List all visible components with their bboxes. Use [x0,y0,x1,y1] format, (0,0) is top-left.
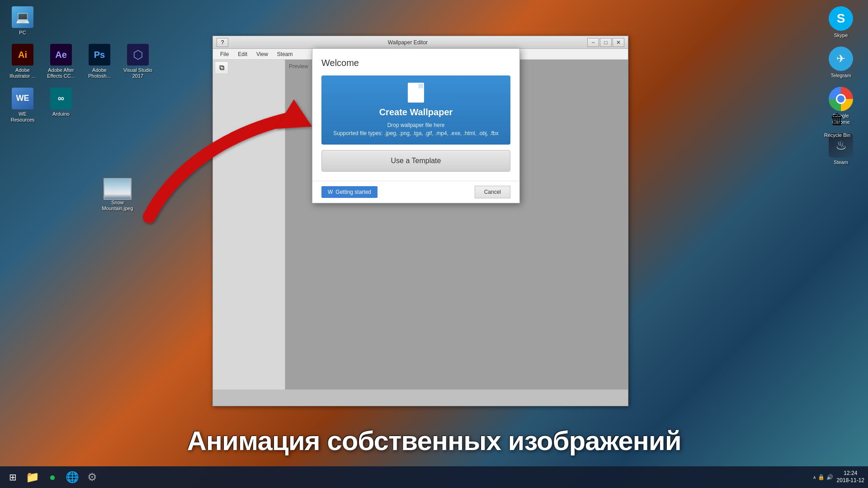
taskbar: ⊞ 📁 ● 🌐 ⚙ ∧ 🔒 🔊 12:24 2018-11-12 [0,466,868,488]
taskbar-pinned-apps: 📁 ● 🌐 ⚙ [24,468,101,486]
desktop-icon-vs[interactable]: ⬡ Visual Studio2017 [120,42,156,81]
taskbar-spotify[interactable]: ● [43,468,61,486]
recycle-bin-label: Recycle Bin [824,132,850,138]
desktop-icon-recycle-bin[interactable]: 🗑 Recycle Bin [819,107,855,140]
desktop-icon-snow-mountain[interactable]: Snow Mountain.jpeg [99,176,136,213]
window-title: Wallpaper Editor [228,39,587,46]
start-button[interactable]: ⊞ [4,468,22,486]
desktop-icon-photoshop[interactable]: Ps AdobePhotosh... [81,42,118,81]
menu-file[interactable]: File [217,50,232,58]
window-controls: − □ ✕ [587,38,624,47]
skype-label: Skype [834,33,848,38]
desktop-icon-arduino[interactable]: ∞ Arduino [43,86,79,125]
desktop-icon-illustrator[interactable]: Ai AdobeIllustrator ... [5,42,41,81]
sidebar-copy-btn[interactable]: ⧉ [215,61,228,74]
desktop-icon-illustrator-label: AdobeIllustrator ... [9,67,35,79]
desktop-icons-left: 💻 PC Ai AdobeIllustrator ... Ae Adobe Af… [5,5,156,125]
file-document-icon [408,83,424,103]
taskbar-systray: ∧ 🔒 🔊 [813,474,833,480]
clock-time: 12:24 [837,470,864,477]
desktop-icon-we-resources[interactable]: WE WEResources [5,86,41,125]
dialog-title: Welcome [321,58,510,68]
getting-started-label: Getting started [335,189,371,195]
clock-date: 2018-11-12 [837,477,864,484]
menu-steam[interactable]: Steam [274,50,297,58]
desktop-icon-after-effects[interactable]: Ae Adobe AfterEffects CC... [43,42,79,81]
desktop-icon-skype[interactable]: S Skype [823,5,859,40]
desktop: 💻 PC Ai AdobeIllustrator ... Ae Adobe Af… [0,0,868,488]
desktop-icon-snow-mountain-label: Snow Mountain.jpeg [101,200,134,211]
create-wallpaper-types: Supported file types: .jpeg, .png, .tga,… [333,129,499,137]
close-button[interactable]: ✕ [613,38,624,47]
steam-label: Steam [834,160,848,165]
window-titlebar: ? Wallpaper Editor − □ ✕ [213,36,628,49]
desktop-icon-telegram[interactable]: ✈ Telegram [823,45,859,80]
systray-volume[interactable]: 🔊 [826,474,833,480]
window-sidebar: ⧉ [213,60,285,389]
w-icon: W [328,189,333,195]
welcome-dialog: Welcome Create Wallpaper Drop wallpaper … [312,48,520,203]
dialog-footer: W Getting started Cancel [312,181,519,203]
desktop-icon-arduino-label: Arduino [52,111,70,117]
dialog-body: Welcome Create Wallpaper Drop wallpaper … [312,49,519,181]
start-icon: ⊞ [9,472,17,483]
maximize-button[interactable]: □ [600,38,612,47]
systray-network: 🔒 [818,474,825,480]
menu-view[interactable]: View [253,50,272,58]
desktop-icon-pc-label: PC [19,30,26,36]
minimize-button[interactable]: − [587,38,599,47]
desktop-icon-we-label: WEResources [11,111,35,123]
getting-started-button[interactable]: W Getting started [321,186,377,198]
menu-edit[interactable]: Edit [234,50,251,58]
desktop-icon-ae-label: Adobe AfterEffects CC... [47,67,75,79]
cancel-button[interactable]: Cancel [475,186,510,198]
desktop-icon-pc[interactable]: 💻 PC [5,5,41,38]
telegram-label: Telegram [830,73,851,79]
taskbar-file-explorer[interactable]: 📁 [24,468,42,486]
taskbar-settings[interactable]: ⚙ [83,468,101,486]
create-wallpaper-drop-hint: Drop wallpaper file here [387,121,445,129]
help-button[interactable]: ? [217,38,228,47]
create-wallpaper-title: Create Wallpaper [379,107,453,117]
bottom-annotation-text: Анимация собственных изображений [0,425,868,456]
desktop-icon-vs-label: Visual Studio2017 [123,67,152,79]
desktop-icons-right: S Skype ✈ Telegram Google Chrome ♨ Steam… [823,5,859,167]
taskbar-clock: 12:24 2018-11-12 [837,470,864,484]
use-template-button[interactable]: Use a Template [321,150,510,172]
systray-chevron[interactable]: ∧ [813,475,816,480]
taskbar-chrome[interactable]: 🌐 [63,468,81,486]
preview-tab-label: Preview [289,63,308,70]
taskbar-right: ∧ 🔒 🔊 12:24 2018-11-12 [813,470,864,484]
desktop-icon-ps-label: AdobePhotosh... [88,67,111,79]
create-wallpaper-button[interactable]: Create Wallpaper Drop wallpaper file her… [321,75,510,145]
